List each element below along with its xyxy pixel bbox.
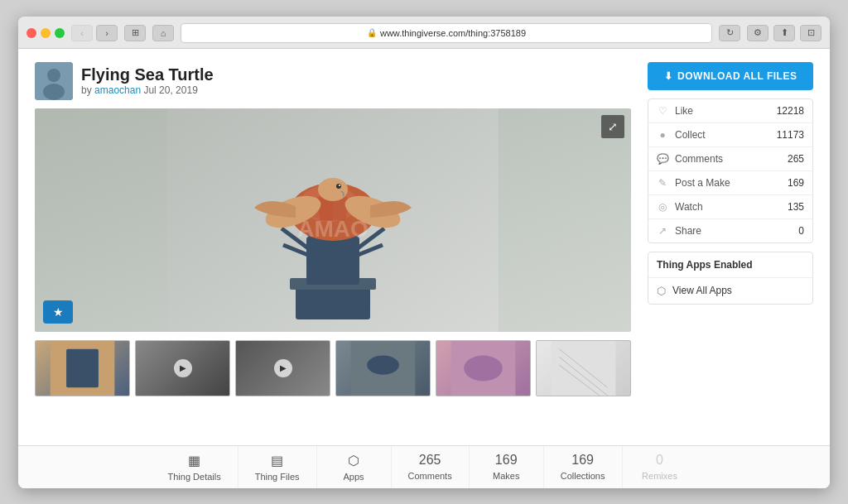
svg-point-19 (339, 185, 340, 186)
tab-comments[interactable]: 265 Comments (392, 446, 470, 488)
stats-list: ♡ Like 12218 ● Collect 11173 💬 Comments … (648, 98, 813, 243)
play-icon-2: ▶ (274, 359, 292, 377)
svg-point-17 (318, 178, 348, 201)
play-icon-1: ▶ (174, 359, 192, 377)
tab-remixes[interactable]: 0 Remixes (623, 446, 697, 488)
minimize-button[interactable] (41, 28, 51, 38)
thumbnail-5[interactable] (436, 340, 531, 396)
bottom-tab-bar: ▦ Thing Details ▤ Thing Files ⬡ Apps 265… (18, 445, 830, 488)
download-label: DOWNLOAD ALL FILES (677, 70, 797, 82)
remixes-tab-label: Remixes (642, 471, 677, 481)
favorite-badge[interactable]: ★ (43, 300, 73, 324)
author-link[interactable]: amaochan (94, 84, 141, 96)
watch-icon: ◎ (657, 201, 668, 213)
apps-label: Apps (343, 472, 364, 482)
stat-like[interactable]: ♡ Like 12218 (648, 99, 812, 123)
thumbnail-6[interactable] (536, 340, 631, 396)
thumbnail-4[interactable] (335, 340, 431, 396)
lock-icon: 🔒 (367, 28, 377, 37)
comments-count: 265 (788, 153, 804, 165)
comments-count-display: 265 (419, 453, 441, 468)
like-label: Like (675, 105, 770, 117)
stat-collect[interactable]: ● Collect 11173 (648, 123, 812, 147)
apps-section: Thing Apps Enabled ⬡ View All Apps (648, 252, 813, 305)
page-title: Flying Sea Turtle (81, 65, 214, 84)
expand-button[interactable]: ⤢ (601, 115, 624, 138)
post-make-label: Post a Make (675, 177, 781, 189)
tab-apps[interactable]: ⬡ Apps (317, 446, 392, 488)
share-button[interactable]: ⬆ (773, 25, 795, 41)
download-all-files-button[interactable]: ⬇ DOWNLOAD ALL FILES (648, 62, 813, 90)
comments-tab-label: Comments (408, 471, 452, 481)
browser-chrome: ‹ › ⊞ ⌂ 🔒 www.thingiverse.com/thing:3758… (18, 17, 830, 49)
collections-count-display: 169 (571, 453, 594, 468)
post-date: Jul 20, 2019 (143, 84, 197, 96)
makes-count-display: 169 (495, 453, 518, 468)
left-column: Flying Sea Turtle by amaochan Jul 20, 20… (35, 62, 631, 432)
more-button[interactable]: ⊡ (800, 25, 822, 41)
url-bar[interactable]: 🔒 www.thingiverse.com/thing:3758189 (181, 23, 712, 43)
thing-files-icon: ▤ (271, 453, 283, 468)
collect-count: 11173 (777, 129, 804, 141)
svg-point-18 (336, 184, 341, 189)
maximize-button[interactable] (55, 28, 65, 38)
post-make-icon: ✎ (657, 177, 668, 189)
byline: by amaochan Jul 20, 2019 (81, 84, 214, 96)
post-make-count: 169 (788, 177, 804, 189)
stat-comments[interactable]: 💬 Comments 265 (648, 147, 812, 171)
like-icon: ♡ (657, 105, 668, 117)
svg-point-24 (367, 355, 399, 374)
page-content: Flying Sea Turtle by amaochan Jul 20, 20… (18, 49, 830, 488)
url-text: www.thingiverse.com/thing:3758189 (380, 28, 526, 38)
view-all-apps-button[interactable]: ⬡ View All Apps (648, 278, 812, 304)
collect-label: Collect (675, 129, 770, 141)
stat-watch[interactable]: ◎ Watch 135 (648, 195, 812, 219)
thumbnail-2[interactable]: ▶ (135, 340, 230, 396)
makes-tab-label: Makes (493, 471, 519, 481)
thing-details-icon: ▦ (188, 453, 200, 468)
thumbnail-strip: ▶ ▶ (35, 340, 631, 396)
tab-collections[interactable]: 169 Collections (544, 446, 623, 488)
refresh-button[interactable]: ↻ (719, 25, 740, 41)
view-all-apps-label: View All Apps (672, 285, 732, 296)
header-text: Flying Sea Turtle by amaochan Jul 20, 20… (81, 65, 214, 96)
tab-thing-files[interactable]: ▤ Thing Files (238, 446, 317, 488)
apps-header: Thing Apps Enabled (648, 252, 812, 278)
like-count: 12218 (777, 105, 804, 117)
comments-label: Comments (675, 153, 781, 165)
author-avatar (35, 62, 73, 100)
download-icon: ⬇ (664, 70, 673, 82)
collect-icon: ● (657, 129, 668, 141)
close-button[interactable] (26, 28, 36, 38)
cube-icon: ⬡ (657, 285, 666, 297)
stat-post-make[interactable]: ✎ Post a Make 169 (648, 171, 812, 195)
share-count: 0 (798, 225, 804, 237)
share-icon: ↗ (657, 225, 668, 237)
thing-files-label: Thing Files (255, 472, 300, 482)
stat-share[interactable]: ↗ Share 0 (648, 219, 812, 242)
main-image: AMAO ⤢ ★ (35, 108, 631, 332)
page-header: Flying Sea Turtle by amaochan Jul 20, 20… (35, 62, 631, 100)
thumbnail-3[interactable]: ▶ (235, 340, 330, 396)
traffic-lights (26, 28, 65, 38)
watch-label: Watch (675, 201, 781, 213)
watch-count: 135 (788, 201, 804, 213)
thumbnail-1[interactable] (35, 340, 130, 396)
svg-point-2 (43, 84, 65, 100)
tab-makes[interactable]: 169 Makes (470, 446, 544, 488)
byline-prefix: by (81, 84, 92, 96)
settings-button[interactable]: ⚙ (747, 25, 768, 41)
forward-button[interactable]: › (96, 25, 118, 41)
tab-thing-details[interactable]: ▦ Thing Details (152, 446, 238, 488)
share-label: Share (675, 225, 792, 237)
svg-rect-6 (306, 237, 359, 285)
svg-point-1 (47, 69, 60, 82)
right-column: ⬇ DOWNLOAD ALL FILES ♡ Like 12218 ● Coll… (648, 62, 813, 432)
back-button[interactable]: ‹ (71, 25, 93, 41)
svg-rect-22 (66, 348, 99, 387)
view-button[interactable]: ⊞ (124, 25, 146, 41)
collections-tab-label: Collections (561, 471, 605, 481)
home-button[interactable]: ⌂ (152, 25, 174, 41)
browser-window: ‹ › ⊞ ⌂ 🔒 www.thingiverse.com/thing:3758… (18, 17, 830, 488)
svg-point-26 (464, 355, 503, 381)
